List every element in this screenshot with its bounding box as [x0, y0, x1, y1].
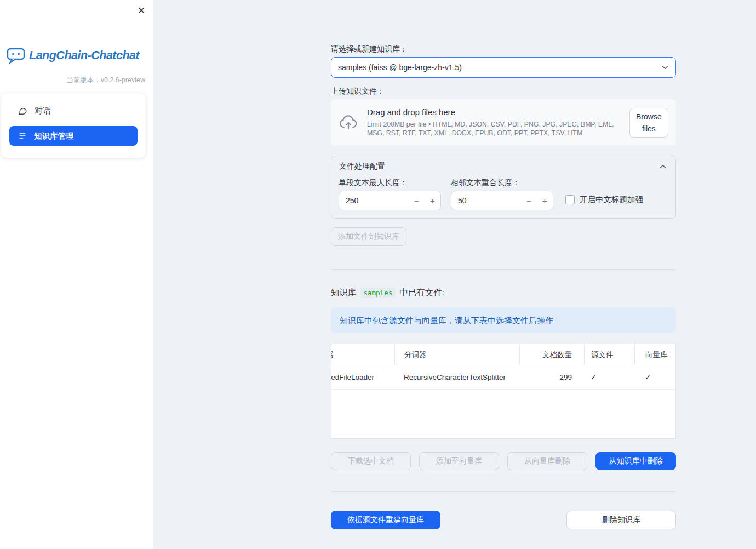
expander-header[interactable]: 文件处理配置 — [331, 156, 675, 177]
knowledge-base-icon — [18, 131, 27, 140]
header-doc-count: 文档数量 — [519, 344, 584, 365]
header-vector-store: 向量库 — [634, 344, 676, 365]
uploader-title: Drag and drop files here — [367, 107, 621, 117]
cell-loader: UnstructuredFileLoader — [331, 365, 394, 389]
files-table[interactable]: 文档加载器 分词器 文档数量 源文件 向量库 UnstructuredFileL… — [331, 344, 676, 439]
cell-vector-check: ✓ — [634, 365, 676, 389]
version-label: 当前版本：v0.2.6-preview — [7, 76, 145, 85]
existing-suffix: 中已有文件: — [399, 287, 444, 299]
sidebar-item-knowledge-base[interactable]: 知识库管理 — [9, 126, 138, 146]
uploader-texts: Drag and drop files here Limit 200MB per… — [367, 107, 621, 138]
sidebar-close-button[interactable]: ✕ — [134, 3, 149, 18]
overlap-size-label: 相邻文本重合长度： — [451, 178, 520, 188]
table-row[interactable]: UnstructuredFileLoader RecursiveCharacte… — [331, 365, 676, 390]
cell-splitter: RecursiveCharacterTextSplitter — [394, 365, 519, 389]
menu-item-label: 知识库管理 — [34, 131, 74, 141]
chunk-size-value: 250 — [339, 196, 409, 205]
existing-files-heading: 知识库 samples 中已有文件: — [331, 287, 676, 299]
add-files-to-kb-button[interactable]: 添加文件到知识库 — [331, 227, 406, 246]
chunk-size-input[interactable]: 250 − + — [339, 191, 441, 210]
checkbox-label: 开启中文标题加强 — [580, 195, 643, 205]
sidebar-menu: 对话 知识库管理 — [1, 93, 146, 158]
overlap-decrement-button[interactable]: − — [521, 191, 537, 210]
files-table-inner: 文档加载器 分词器 文档数量 源文件 向量库 UnstructuredFileL… — [331, 344, 676, 390]
chat-bubble-icon — [18, 106, 27, 116]
table-header-row: 文档加载器 分词器 文档数量 源文件 向量库 — [331, 344, 676, 365]
file-config-expander: 文件处理配置 单段文本最大长度： 相邻文本重合长度： 250 − + 50 − … — [331, 156, 676, 219]
overlap-increment-button[interactable]: + — [537, 191, 553, 210]
delete-kb-button[interactable]: 删除知识库 — [566, 511, 676, 529]
sidebar-item-dialogue[interactable]: 对话 — [9, 99, 138, 123]
app-logo: LangChain-Chatchat — [7, 47, 139, 64]
chevron-down-icon — [660, 62, 670, 72]
overlap-size-value: 50 — [451, 196, 521, 205]
header-splitter: 分词器 — [394, 344, 519, 365]
chunk-increment-button[interactable]: + — [425, 191, 440, 210]
remove-from-vector-store-button[interactable]: 从向量库删除 — [507, 452, 587, 470]
file-uploader-dropzone[interactable]: Drag and drop files here Limit 200MB per… — [331, 99, 676, 146]
delete-from-kb-button[interactable]: 从知识库中删除 — [595, 452, 676, 470]
upload-label: 上传知识文件： — [331, 87, 676, 96]
kb-name-code: samples — [360, 288, 396, 298]
cell-doc-count: 299 — [519, 365, 584, 389]
sidebar: ✕ LangChain-Chatchat 当前版本：v0.2.6-preview — [0, 0, 153, 549]
info-banner: 知识库中包含源文件与向量库，请从下表中选择文件后操作 — [331, 307, 676, 333]
expander-title: 文件处理配置 — [339, 162, 385, 171]
download-selected-button[interactable]: 下载选中文档 — [331, 452, 411, 470]
uploader-limit: Limit 200MB per file • HTML, MD, JSON, C… — [367, 120, 621, 138]
header-source-file: 源文件 — [584, 344, 634, 365]
divider — [331, 269, 676, 270]
cell-source-check: ✓ — [584, 365, 634, 389]
chunk-decrement-button[interactable]: − — [409, 191, 425, 210]
zh-title-enhance-checkbox[interactable]: 开启中文标题加强 — [565, 195, 643, 205]
add-to-vector-store-button[interactable]: 添加至向量库 — [419, 452, 499, 470]
divider — [331, 491, 676, 492]
header-loader: 文档加载器 — [331, 344, 394, 365]
chunk-size-label: 单段文本最大长度： — [339, 178, 408, 188]
kb-select[interactable]: samples (faiss @ bge-large-zh-v1.5) — [331, 57, 676, 78]
existing-prefix: 知识库 — [331, 287, 357, 299]
menu-item-label: 对话 — [35, 106, 51, 116]
rebuild-vector-store-button[interactable]: 依据源文件重建向量库 — [331, 511, 440, 529]
logo-text: LangChain-Chatchat — [29, 49, 139, 62]
app-root: ✕ LangChain-Chatchat 当前版本：v0.2.6-preview — [0, 0, 756, 549]
kb-select-label: 请选择或新建知识库： — [331, 44, 676, 54]
chevron-up-icon — [658, 162, 668, 171]
browse-files-button[interactable]: Browse files — [629, 108, 668, 138]
checkbox-box — [565, 195, 575, 204]
kb-select-value: samples (faiss @ bge-large-zh-v1.5) — [338, 63, 462, 72]
cloud-upload-icon — [339, 115, 358, 131]
logo-chat-icon — [7, 47, 25, 64]
overlap-size-input[interactable]: 50 − + — [451, 191, 553, 210]
